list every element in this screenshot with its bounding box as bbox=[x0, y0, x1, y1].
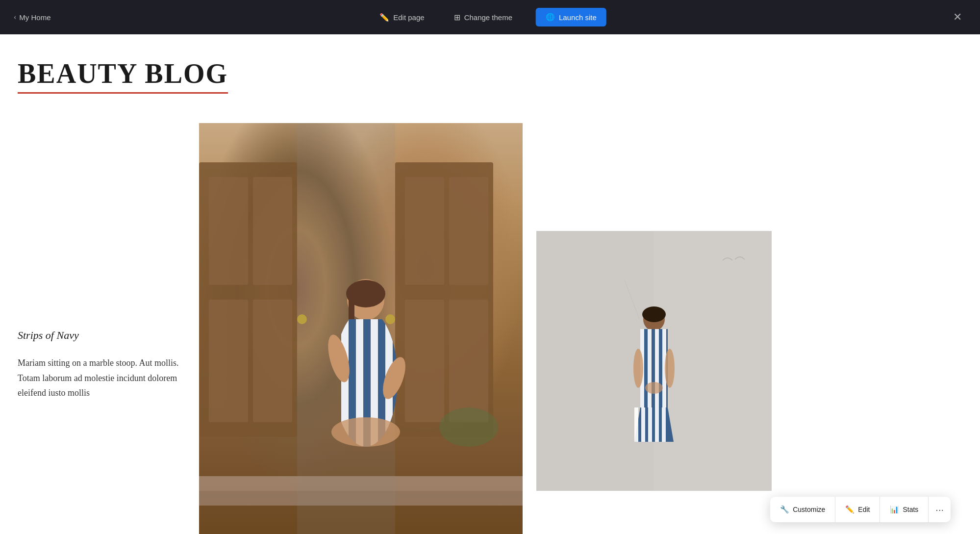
left-sidebar: Strips of Navy Mariam sitting on a marbl… bbox=[18, 123, 199, 401]
svg-rect-3 bbox=[253, 177, 292, 285]
chevron-left-icon: ‹ bbox=[14, 13, 16, 22]
stats-label: Stats bbox=[903, 506, 918, 513]
launch-site-label: Launch site bbox=[559, 13, 597, 22]
main-image-container bbox=[199, 123, 523, 534]
pencil-icon: ✏️ bbox=[379, 13, 389, 22]
topbar-left: ‹ My Home bbox=[14, 13, 51, 22]
theme-icon: ⊞ bbox=[454, 13, 460, 22]
svg-rect-8 bbox=[449, 177, 488, 285]
svg-rect-39 bbox=[634, 407, 638, 442]
svg-marker-38 bbox=[634, 407, 674, 442]
change-theme-button[interactable]: ⊞ Change theme bbox=[448, 9, 518, 26]
svg-point-46 bbox=[645, 382, 663, 394]
svg-rect-18 bbox=[349, 290, 354, 319]
svg-rect-2 bbox=[209, 300, 248, 422]
more-dots-icon: ··· bbox=[935, 504, 944, 515]
svg-rect-42 bbox=[655, 407, 659, 442]
edit-page-label: Edit page bbox=[393, 13, 424, 22]
edit-label: Edit bbox=[858, 506, 870, 513]
svg-point-45 bbox=[665, 349, 675, 388]
customize-button[interactable]: 🔧 Customize bbox=[770, 497, 835, 522]
edit-icon: ✏️ bbox=[845, 505, 854, 514]
launch-site-button[interactable]: 🌐 Launch site bbox=[536, 8, 606, 26]
right-person-container bbox=[536, 231, 772, 491]
topbar: ‹ My Home ✏️ Edit page ⊞ Change theme 🌐 … bbox=[0, 0, 980, 34]
svg-point-44 bbox=[633, 349, 643, 388]
main-image bbox=[199, 123, 523, 534]
right-image-svg bbox=[536, 231, 772, 491]
edit-button[interactable]: ✏️ Edit bbox=[835, 497, 880, 522]
svg-rect-40 bbox=[641, 407, 645, 442]
right-image-container bbox=[536, 123, 980, 491]
change-theme-label: Change theme bbox=[464, 13, 512, 22]
svg-rect-1 bbox=[209, 177, 248, 285]
main-image-svg bbox=[199, 123, 523, 534]
main-layout: Strips of Navy Mariam sitting on a marbl… bbox=[18, 123, 980, 534]
svg-rect-41 bbox=[648, 407, 652, 442]
more-options-button[interactable]: ··· bbox=[929, 497, 951, 522]
article-body: Mariam sitting on a marble stoop. Aut mo… bbox=[18, 356, 184, 401]
topbar-center: ✏️ Edit page ⊞ Change theme 🌐 Launch sit… bbox=[374, 8, 606, 26]
topbar-right: ✕ bbox=[949, 8, 966, 26]
svg-rect-43 bbox=[662, 407, 666, 442]
right-image bbox=[536, 231, 772, 491]
svg-point-27 bbox=[331, 417, 400, 447]
edit-page-button[interactable]: ✏️ Edit page bbox=[374, 9, 430, 26]
svg-point-15 bbox=[439, 407, 498, 447]
svg-rect-9 bbox=[449, 300, 488, 422]
svg-point-32 bbox=[642, 306, 666, 322]
svg-rect-4 bbox=[253, 300, 292, 422]
customize-icon: 🔧 bbox=[780, 505, 789, 514]
close-icon: ✕ bbox=[953, 11, 962, 24]
back-home-link[interactable]: My Home bbox=[19, 13, 50, 22]
globe-icon: 🌐 bbox=[546, 13, 555, 22]
customize-label: Customize bbox=[793, 506, 825, 513]
site-title: BEAUTY BLOG bbox=[18, 58, 228, 94]
page-content: BEAUTY BLOG Strips of Navy Mariam sittin… bbox=[0, 34, 980, 534]
stats-icon: 📊 bbox=[890, 505, 899, 514]
svg-rect-7 bbox=[405, 300, 444, 422]
svg-rect-6 bbox=[405, 177, 444, 285]
article-subtitle: Strips of Navy bbox=[18, 329, 184, 342]
bottom-toolbar: 🔧 Customize ✏️ Edit 📊 Stats ··· bbox=[770, 497, 951, 522]
close-button[interactable]: ✕ bbox=[949, 8, 966, 26]
stats-button[interactable]: 📊 Stats bbox=[880, 497, 929, 522]
